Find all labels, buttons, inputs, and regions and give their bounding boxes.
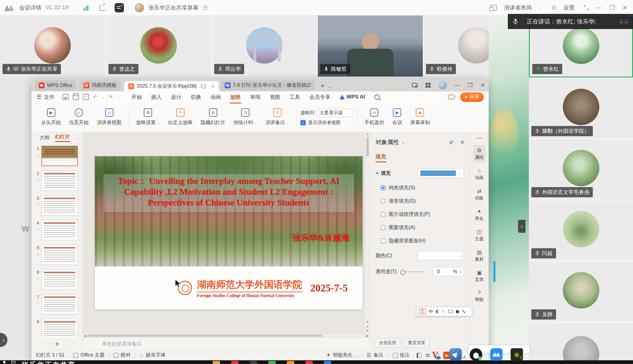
video-tile[interactable]: 张乐华正在共享 <box>0 15 105 77</box>
undo-caret-icon[interactable]: ⌄ <box>101 95 104 99</box>
close-tab-icon[interactable]: ✕ <box>211 84 215 89</box>
layout-caret-icon[interactable]: ⌄ <box>538 6 541 10</box>
taskbar-app-icon[interactable] <box>305 361 313 364</box>
hide-slide-button[interactable]: ⊘隐藏幻灯片 <box>197 108 229 126</box>
custom-slideshow-button[interactable]: ✎自定义放映 <box>164 108 197 126</box>
share-button[interactable]: 分享 <box>460 92 484 102</box>
layout-button[interactable]: 演讲者布局 <box>504 4 532 11</box>
menu-item-transition[interactable]: 切换 <box>190 92 202 102</box>
menu-item-view[interactable]: 视图 <box>269 92 281 102</box>
rail-item-animation[interactable]: ☆动画 <box>473 165 486 183</box>
radio-selected-icon[interactable] <box>380 185 386 190</box>
checkbox-icon[interactable] <box>380 238 386 244</box>
account-avatar[interactable] <box>439 81 447 89</box>
qq-dock-icon[interactable] <box>470 348 482 361</box>
taskbar-app-icon[interactable] <box>231 361 239 364</box>
ime-shape-mode[interactable]: 五 <box>419 308 426 315</box>
wps-ai-button[interactable]: WPS AI <box>340 94 365 100</box>
thumbnail-row[interactable]: 2☆ <box>32 170 83 195</box>
fill-color-select[interactable]: ⌄ <box>418 169 464 178</box>
screen-record-button[interactable]: ◉屏幕录制 <box>406 108 434 126</box>
wps-dock-icon[interactable]: V <box>429 348 441 361</box>
slide-thumbnail[interactable] <box>41 170 78 191</box>
ime-fullhalf-icon[interactable] <box>436 310 440 313</box>
participant-tile[interactable]: 外国语言文学毛春燕 <box>529 139 633 200</box>
participant-tile[interactable]: 吴静 <box>529 261 633 322</box>
wps-minimize-button[interactable]: — <box>455 82 460 88</box>
color-select[interactable]: ⌄ <box>418 251 464 260</box>
fullscreen-icon[interactable] <box>584 5 589 10</box>
menu-item-animation[interactable]: 动画 <box>210 92 222 102</box>
scroll-down-icon[interactable]: ▼ <box>366 320 369 324</box>
presenter-view-checkbox[interactable]: ✓ <box>300 120 306 125</box>
ime-keyboard-icon[interactable] <box>448 310 453 313</box>
rail-item-theme[interactable]: ◫主题 <box>473 227 486 244</box>
slide-thumbnail[interactable] <box>41 195 78 215</box>
redo-caret-icon[interactable]: ⌄ <box>117 95 120 99</box>
slide-thumbnail[interactable] <box>41 269 78 290</box>
meeting-docs-icon[interactable] <box>115 3 124 12</box>
new-slide-button[interactable]: ＋ <box>32 337 83 350</box>
minimize-button[interactable]: — <box>596 4 602 11</box>
tab-slides-active[interactable]: 幻灯片 <box>55 134 70 142</box>
notes-bar[interactable]: 单击此处添加备注 <box>83 338 370 350</box>
settings-button[interactable]: 设置 <box>563 4 575 11</box>
taskbar-app-icon[interactable] <box>287 361 294 364</box>
menu-item-insert[interactable]: 插入 <box>151 92 162 102</box>
scrollbar-thumb[interactable] <box>88 334 323 337</box>
rail-item-beautify[interactable]: ✦美化 <box>473 206 486 224</box>
slide-thumbnail[interactable] <box>41 319 78 337</box>
share-link-icon[interactable] <box>100 5 106 11</box>
slide-1[interactable]: Topic： Unveiling the Interplay among Tea… <box>95 156 363 309</box>
radio-icon[interactable] <box>380 212 386 217</box>
comments-button[interactable]: 批注 <box>393 352 410 358</box>
folder-icon[interactable] <box>213 361 220 364</box>
sharing-options-icon[interactable]: ☰ <box>203 4 208 11</box>
rehearse-timing-button[interactable]: ◷排练计时⌄ <box>229 108 261 126</box>
pin-icon[interactable] <box>449 140 454 145</box>
slide-thumbnail[interactable] <box>41 220 78 240</box>
theme-button[interactable]: Office 主题 <box>73 352 104 358</box>
rail-item-transition[interactable]: ⇄切换 <box>473 186 486 203</box>
redo-icon[interactable]: ↷ <box>108 94 113 100</box>
slide-canvas[interactable]: Topic： Unveiling the Interplay among Tea… <box>83 132 370 333</box>
radio-icon[interactable] <box>380 225 386 230</box>
next-slide-icon[interactable]: ▼ <box>366 329 369 332</box>
taskbar-app-icon[interactable] <box>268 361 276 364</box>
tab-word-doc[interactable]: W 7.6 打印 张乐华小论文 - 修改投稿(2 <box>221 80 315 90</box>
pip-mode-icon[interactable] <box>412 83 418 87</box>
tab-wps-home[interactable]: W WPS Office <box>35 80 76 90</box>
undo-icon[interactable]: ↶ <box>93 94 97 100</box>
scroll-right-icon[interactable]: ▶ <box>366 334 368 337</box>
spin-down-icon[interactable]: ▼ <box>459 272 462 274</box>
reset-background-button[interactable]: 重置背景 <box>404 339 429 347</box>
rail-item-library[interactable]: ▣文库 <box>473 267 486 285</box>
transparency-spinner[interactable]: 0 % ▲▼ <box>433 267 464 276</box>
tab-list-caret-icon[interactable]: ⌄ <box>328 84 331 89</box>
play-from-current-button[interactable]: ▷当页开始 <box>65 108 93 126</box>
option-gradient-fill[interactable]: 渐变填充(G) <box>380 198 469 204</box>
nvidia-dock-icon[interactable]: ◉ <box>511 348 523 361</box>
tencent-meeting-dock-icon[interactable] <box>490 348 503 361</box>
previous-slide-icon[interactable]: ▲ <box>366 324 369 328</box>
panel-expand-arrow[interactable]: › <box>518 220 525 233</box>
taskbar-app-icon[interactable] <box>250 361 257 364</box>
ime-wrench-icon[interactable]: 🔧︎ <box>462 309 466 314</box>
print-icon[interactable] <box>73 94 79 100</box>
option-pattern-fill[interactable]: 图案填充(A) <box>380 224 469 231</box>
thumbnail-row[interactable]: 5☆ <box>32 244 83 269</box>
option-hide-background[interactable]: 隐藏背景图形(H) <box>380 238 469 244</box>
presenter-view-button[interactable]: ▱演讲者视图 <box>93 108 125 126</box>
participant-tile[interactable]: 闫超 <box>529 200 633 261</box>
slide-thumbnail[interactable] <box>41 245 78 265</box>
remote-app-dock-icon[interactable] <box>449 348 462 361</box>
close-panel-icon[interactable]: ✕ <box>460 139 465 146</box>
proofing-button[interactable]: 校对 <box>113 352 130 358</box>
scroll-left-icon[interactable]: ◀ <box>84 334 87 337</box>
ime-toolbar[interactable]: 五 中 °, 🔧︎ <box>416 307 472 316</box>
collapse-panel-button[interactable]: — <box>477 135 482 141</box>
menu-item-member[interactable]: 会员专享 <box>309 92 331 102</box>
vertical-scrollbar[interactable]: ▲ ▼ ▲ ▼ <box>365 132 370 333</box>
play-from-start-button[interactable]: ▶从头开始 <box>37 108 65 126</box>
horizontal-scrollbar[interactable]: ◀ ▶ <box>83 333 370 338</box>
